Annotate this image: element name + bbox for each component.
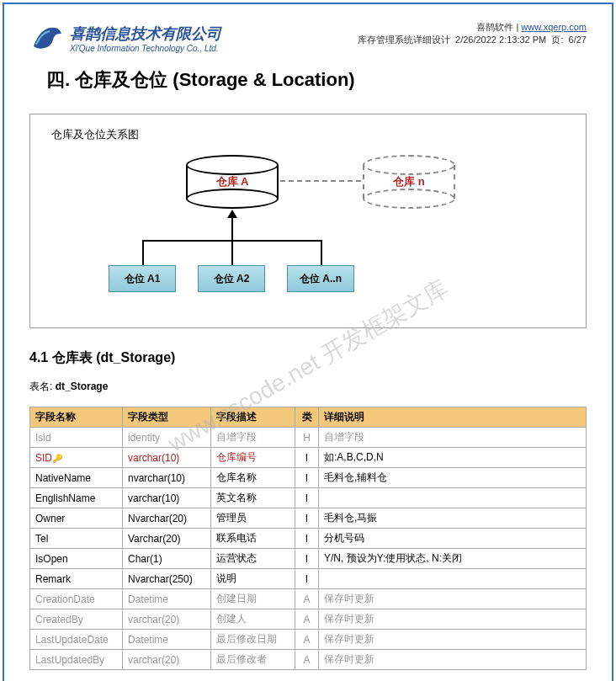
cell-desc: 说明 [211,569,295,589]
cell-type: Datetime [123,630,211,650]
page-title: 四. 仓库及仓位 (Storage & Location) [46,67,587,93]
schema-table: 字段名称 字段类型 字段描述 类 详细说明 Isididentity自增字段H自… [29,407,587,670]
cell-detail: 如:A,B,C,D,N [319,448,587,468]
table-row: CreatedByvarchar(20)创建人A保存时更新 [30,609,587,630]
cell-cat: A [295,630,319,650]
table-row: EnglishNamevarchar(10)英文名称I [30,488,587,508]
diagram-title: 仓库及仓位关系图 [51,127,565,142]
table-row: OwnerNvarchar(20)管理员I毛料仓,马振 [30,508,587,529]
table-row: NativeNamenvarchar(10)仓库名称I毛料仓,辅料仓 [30,468,587,488]
storage-n-cylinder: 仓库 n [363,155,455,209]
cell-name: SID🔑 [30,448,123,468]
storage-a-cylinder: 仓库 A [186,155,279,209]
cell-desc: 英文名称 [211,488,295,508]
th-name: 字段名称 [30,407,123,428]
th-type: 字段类型 [123,407,211,428]
bird-logo-icon [29,21,63,55]
cell-detail: 保存时更新 [319,609,587,630]
cell-name: EnglishName [30,488,123,508]
cell-type: varchar(20) [123,650,211,670]
cell-name: Tel [30,529,123,549]
cell-detail [319,488,587,508]
th-cat: 类 [295,407,319,428]
table-row: LastUpdatedByvarchar(20)最后修改者A保存时更新 [30,650,587,670]
cell-cat: I [295,508,319,529]
cell-type: Nvarchar(20) [123,508,211,529]
cell-detail [319,569,587,589]
cell-cat: I [295,549,319,569]
cell-type: Nvarchar(250) [123,569,211,589]
cell-type: varchar(20) [123,609,211,630]
cell-desc: 仓库名称 [211,468,295,488]
diagram-container: 仓库及仓位关系图 仓库 A 仓库 n 仓位 A1 仓位 A2 仓位 A..n [29,114,587,328]
cell-name: Isid [30,428,123,448]
table-name-line: 表名: dt_Storage [29,380,587,394]
th-desc: 字段描述 [211,407,295,428]
cell-type: varchar(10) [123,488,211,508]
cell-name: LastUpdateDate [30,630,123,650]
cell-name: Owner [30,508,123,529]
location-an-box: 仓位 A..n [287,265,354,292]
cell-desc: 最后修改者 [211,650,295,670]
dashed-connector [280,180,361,182]
cell-cat: I [295,488,319,508]
cell-desc: 创建日期 [211,589,295,609]
header-meta: 喜鹊软件 | www.xqerp.com 库存管理系统详细设计 2/26/202… [358,21,587,46]
table-row: CreationDateDatetime创建日期A保存时更新 [30,589,587,609]
table-header-row: 字段名称 字段类型 字段描述 类 详细说明 [30,407,587,428]
logo-area: 喜鹊信息技术有限公司 Xi'Que Information Technology… [29,21,221,55]
location-a1-box: 仓位 A1 [109,265,176,292]
cell-detail: 保存时更新 [319,589,587,609]
table-row: SID🔑varchar(10)仓库编号I如:A,B,C,D,N [30,448,587,468]
cell-desc: 自增字段 [211,428,295,448]
document-page: 喜鹊信息技术有限公司 Xi'Que Information Technology… [3,3,613,681]
cell-desc: 仓库编号 [211,448,295,468]
table-row: RemarkNvarchar(250)说明I [30,569,587,589]
cell-detail: 毛料仓,辅料仓 [319,468,587,488]
cell-cat: A [295,589,319,609]
table-row: IsOpenChar(1)运营状态IY/N, 预设为Y:使用状态, N:关闭 [30,549,587,569]
page-label: 页: [551,35,563,45]
section-heading: 4.1 仓库表 (dt_Storage) [29,349,587,367]
cell-desc: 管理员 [211,508,295,529]
storage-a-label: 仓库 A [186,165,279,199]
cell-name: LastUpdatedBy [30,650,123,670]
th-detail: 详细说明 [319,407,587,428]
brand-label: 喜鹊软件 [476,22,513,32]
table-name-label: 表名: [29,380,52,392]
cell-desc: 联系电话 [211,529,295,549]
cell-cat: A [295,650,319,670]
cell-desc: 运营状态 [211,549,295,569]
storage-n-label: 仓库 n [363,165,455,199]
vline3 [321,240,322,265]
cell-cat: H [295,428,319,448]
website-link[interactable]: www.xqerp.com [521,22,587,32]
cell-detail: 保存时更新 [319,630,587,650]
cell-detail: 保存时更新 [319,650,587,670]
table-name-value: dt_Storage [56,380,109,392]
cell-cat: I [295,569,319,589]
cell-type: nvarchar(10) [123,468,211,488]
cell-type: Char(1) [123,549,211,569]
cell-detail: Y/N, 预设为Y:使用状态, N:关闭 [319,549,587,569]
cell-cat: I [295,468,319,488]
cell-name: IsOpen [30,549,123,569]
table-row: TelVarchar(20)联系电话I分机号码 [30,529,587,549]
vline2 [231,240,233,265]
cell-detail: 分机号码 [319,529,587,549]
page-number: 6/27 [569,35,587,45]
key-icon: 🔑 [52,454,62,463]
cell-name: Remark [30,569,123,589]
cell-detail: 自增字段 [319,428,587,448]
relationship-diagram: 仓库 A 仓库 n 仓位 A1 仓位 A2 仓位 A..n [51,155,565,306]
cell-name: CreationDate [30,589,123,609]
cell-cat: A [295,609,319,630]
cell-cat: I [295,529,319,549]
table-row: Isididentity自增字段H自增字段 [30,428,587,448]
cell-type: identity [123,428,211,448]
table-row: LastUpdateDateDatetime最后修改日期A保存时更新 [30,630,587,650]
cell-type: Datetime [123,589,211,609]
cell-desc: 最后修改日期 [211,630,295,650]
table-body: Isididentity自增字段H自增字段SID🔑varchar(10)仓库编号… [30,428,587,670]
company-name-cn: 喜鹊信息技术有限公司 [70,24,221,44]
